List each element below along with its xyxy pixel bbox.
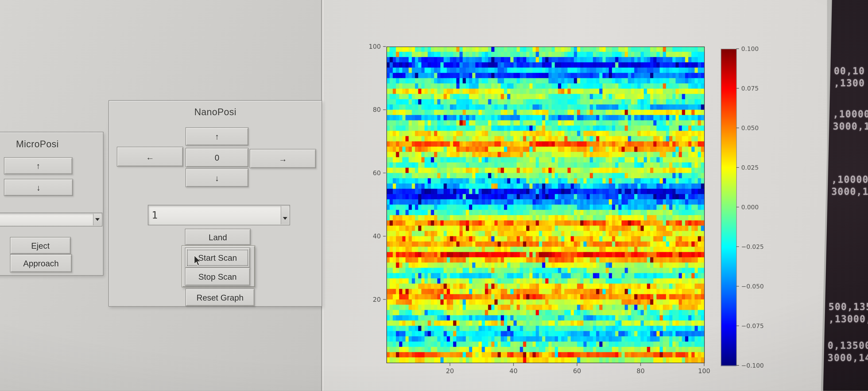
screen-photo: MicroPosi ↑ ↓ Eject Approach NanoPosi ↑ … — [0, 0, 868, 391]
microposi-dropdown[interactable] — [0, 212, 102, 226]
reset-graph-button-label: Reset Graph — [196, 293, 244, 302]
approach-button[interactable]: Approach — [10, 254, 72, 272]
eject-button[interactable]: Eject — [10, 237, 71, 254]
terminal-line: 00,10 — [834, 65, 865, 77]
nanoposi-up-button[interactable]: ↑ — [185, 127, 248, 146]
terminal-line: ,10000 — [831, 174, 868, 186]
stop-scan-button-label: Stop Scan — [198, 272, 237, 281]
mouse-cursor-icon — [194, 255, 202, 266]
approach-button-label: Approach — [23, 259, 59, 268]
terminal-group: ,100003000,1 — [831, 174, 868, 198]
nanoposi-zero-label: 0 — [215, 153, 219, 162]
nanoposi-down-button[interactable]: ↓ — [185, 169, 248, 187]
terminal-line: 3000,1450 — [828, 352, 868, 364]
terminal-line: ,13000,1 — [829, 313, 868, 325]
terminal-group: 00,10,1300 — [834, 65, 865, 89]
nanoposi-right-button[interactable]: → — [250, 149, 316, 169]
start-scan-button-label: Start Scan — [198, 253, 237, 263]
left-arrow-icon: ← — [146, 152, 154, 161]
microposi-up-button[interactable]: ↑ — [4, 157, 72, 174]
chevron-down-icon[interactable] — [281, 206, 289, 224]
nanoposi-zero-button[interactable]: 0 — [185, 148, 248, 167]
microposi-down-button[interactable]: ↓ — [4, 179, 73, 196]
microposi-window: MicroPosi ↑ ↓ Eject Approach — [0, 132, 103, 276]
terminal-group: ,100003000,1 — [833, 109, 868, 132]
terminal-line: 3000,1 — [831, 186, 868, 198]
land-button-label: Land — [209, 232, 227, 242]
terminal-group: 500,1350,13000,1 — [829, 301, 868, 325]
nanoposi-left-button[interactable]: ← — [117, 147, 183, 167]
terminal-line: ,1300 — [834, 77, 865, 89]
terminal-line: 3000,1 — [833, 120, 868, 132]
down-arrow-icon: ↓ — [215, 173, 219, 183]
terminal-line: 500,1350 — [829, 301, 868, 313]
terminal-line: 0,13500,1 — [828, 340, 868, 352]
heatmap-plot — [332, 17, 819, 377]
scene: MicroPosi ↑ ↓ Eject Approach NanoPosi ↑ … — [0, 0, 868, 391]
reset-graph-button[interactable]: Reset Graph — [185, 289, 254, 306]
microposi-title: MicroPosi — [0, 139, 103, 150]
terminal-group: 0,13500,13000,1450 — [828, 340, 868, 364]
terminal-line: ,10000 — [833, 109, 868, 120]
land-button[interactable]: Land — [185, 229, 251, 245]
nanoposi-dropdown[interactable]: 1 — [148, 205, 290, 225]
up-arrow-icon: ↑ — [215, 132, 219, 141]
eject-button-label: Eject — [31, 241, 50, 250]
chevron-down-icon[interactable] — [93, 214, 101, 225]
down-arrow-icon: ↓ — [36, 183, 40, 192]
up-arrow-icon: ↑ — [36, 161, 40, 171]
right-arrow-icon: → — [279, 154, 287, 163]
nanoposi-window: NanoPosi ↑ ← 0 → ↓ 1 Land Start Scan Sto… — [108, 100, 322, 307]
nanoposi-title: NanoPosi — [109, 107, 321, 118]
nanoposi-dropdown-value: 1 — [152, 209, 158, 220]
stop-scan-button[interactable]: Stop Scan — [185, 267, 250, 286]
